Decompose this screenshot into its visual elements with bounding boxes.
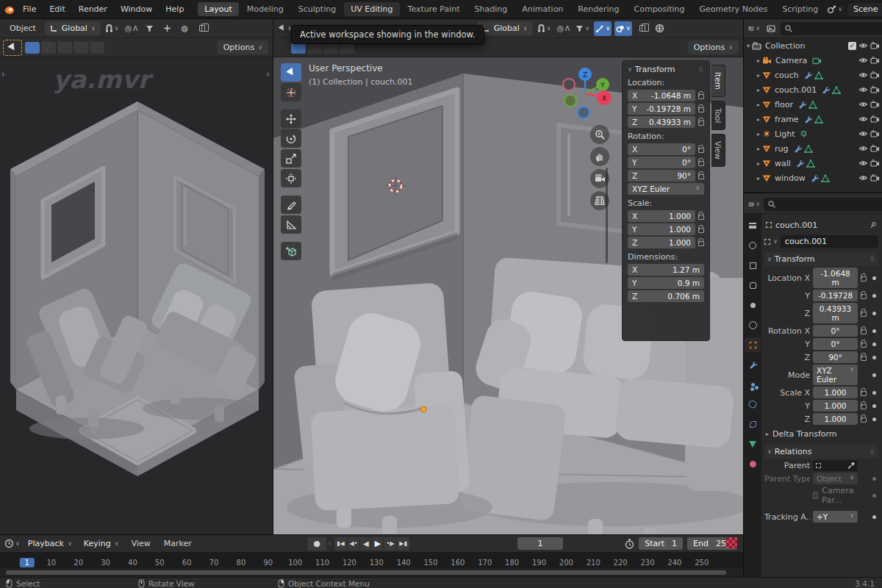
tab-modifiers[interactable] [745, 357, 761, 372]
number-field[interactable]: 1.000 [813, 400, 858, 412]
lock-icon[interactable] [698, 148, 704, 153]
number-field[interactable]: X0° [628, 143, 695, 155]
next-keyframe-button[interactable]: •▶ [384, 537, 396, 551]
scale-tool[interactable] [281, 149, 301, 168]
tab-object-data[interactable] [745, 437, 761, 451]
lock-icon[interactable] [861, 312, 867, 317]
lock-icon[interactable] [698, 241, 704, 246]
disclosure-triangle-icon[interactable]: ▸ [757, 146, 760, 152]
workspace-tab[interactable]: UV Editing [344, 2, 399, 16]
lock-icon[interactable] [861, 356, 867, 361]
eyedropper-icon[interactable] [847, 462, 855, 470]
pan-hand-icon[interactable] [590, 147, 609, 166]
animate-dot[interactable] [872, 494, 876, 498]
outliner-item-row[interactable]: ▸ frame [744, 112, 882, 126]
workspace-tab[interactable]: Layout [198, 2, 238, 16]
number-field[interactable]: 1.000 [813, 413, 858, 425]
parent-type-dropdown[interactable]: Object∨ [813, 473, 858, 484]
number-field[interactable]: X1.000 [628, 210, 695, 222]
chevron-down-icon[interactable]: ∨ [773, 238, 778, 245]
mode-dropdown[interactable]: Object [4, 21, 42, 35]
select-mode-subtract-icon[interactable] [57, 42, 72, 54]
collapse-icon[interactable]: ∨ [628, 66, 632, 73]
properties-search-input[interactable] [778, 199, 882, 209]
tab-constraints[interactable] [745, 417, 761, 431]
select-mode-invert-icon[interactable] [74, 42, 88, 54]
orientation-dropdown[interactable]: Global ∨ [477, 21, 533, 35]
number-field[interactable]: X-1.0648 m [628, 90, 695, 101]
play-reverse-button[interactable]: ◀ [360, 537, 371, 551]
hide-viewport-eye-icon[interactable] [858, 71, 868, 79]
overlays-toggle-icon[interactable]: ∨ [614, 21, 632, 36]
tab-world[interactable] [745, 318, 761, 332]
hide-viewport-eye-icon[interactable] [858, 174, 868, 182]
tab-material[interactable] [745, 456, 761, 471]
tab-output[interactable] [745, 258, 761, 273]
sidebar-tab[interactable]: Item [711, 65, 725, 97]
number-field[interactable]: Y1.000 [628, 223, 695, 235]
left-viewport-scene[interactable]: ya.mvr [0, 57, 273, 534]
options-dropdown[interactable]: Options ∨ [218, 40, 268, 54]
lock-icon[interactable] [861, 343, 867, 348]
object-name-input[interactable]: couch.001 [781, 235, 878, 248]
number-field[interactable]: Z90° [628, 170, 695, 182]
visibility-filter-icon[interactable]: ∨ [574, 21, 591, 36]
blender-logo-icon[interactable] [3, 3, 15, 16]
disclosure-triangle-icon[interactable]: ▸ [757, 116, 760, 123]
animate-dot[interactable] [872, 343, 876, 346]
disclosure-triangle-icon[interactable]: ▸ [757, 87, 760, 93]
topbar-menu-item[interactable]: Edit [43, 2, 71, 16]
disable-render-camera-icon[interactable] [870, 159, 880, 167]
lock-icon[interactable] [698, 215, 704, 220]
timeline-scrollbar[interactable] [0, 568, 743, 577]
workspace-tab[interactable]: Modeling [240, 2, 290, 16]
workspace-tab[interactable]: Animation [515, 2, 570, 16]
outliner-item-row[interactable]: ▸ floor [744, 97, 882, 112]
animate-dot[interactable] [872, 404, 876, 408]
parent-field[interactable] [813, 460, 858, 471]
keying-set-dropdown[interactable]: ∨ [328, 540, 332, 547]
lock-icon[interactable] [861, 391, 867, 396]
expand-region-right-icon[interactable]: ‹ [266, 69, 270, 79]
outliner-item-row[interactable]: ▸ rug [744, 141, 882, 156]
tab-scene[interactable] [745, 298, 761, 312]
active-tool-icon[interactable] [4, 41, 21, 54]
jump-to-end-button[interactable]: ▶▮ [397, 537, 409, 551]
workspace-tab[interactable]: Sculpting [292, 2, 343, 16]
properties-editor-type-icon[interactable]: ∨ [747, 197, 761, 212]
snap-magnet-icon[interactable]: ∨ [536, 21, 553, 36]
sidebar-tab[interactable]: Tool [711, 101, 725, 130]
number-field[interactable]: X1.27 m [628, 264, 704, 276]
camera-parallax-checkbox[interactable] [813, 492, 818, 499]
workspace-tab[interactable]: Scripting [775, 2, 825, 16]
tab-physics[interactable] [745, 397, 761, 412]
scene-dropdown-icon[interactable]: ∨ [825, 2, 844, 17]
tab-render[interactable] [745, 238, 761, 253]
tracking-axis-dropdown[interactable]: +Y∨ [813, 511, 858, 523]
workspace-tab[interactable]: Texture Paint [401, 2, 467, 16]
number-field[interactable]: 90° [813, 351, 858, 363]
lock-icon[interactable] [698, 161, 704, 166]
lock-icon[interactable] [698, 94, 704, 99]
number-field[interactable]: -0.19728 [813, 290, 858, 301]
tab-object[interactable] [745, 337, 761, 352]
disable-render-camera-icon[interactable] [870, 130, 880, 137]
auto-keyframe-record-button[interactable]: ● [307, 537, 326, 551]
options-dropdown[interactable]: Options ∨ [688, 40, 739, 54]
disclosure-triangle-icon[interactable]: ▸ [757, 72, 760, 79]
rotation-mode-dropdown[interactable]: XYZ Euler∨ [628, 183, 704, 195]
lock-icon[interactable] [861, 417, 867, 423]
proportional-editing-icon[interactable]: ◎ Λ [556, 21, 572, 36]
disclosure-triangle-icon[interactable]: ▸ [757, 57, 760, 64]
collection-checkbox[interactable]: ✓ [848, 42, 856, 50]
outliner-display-mode-icon[interactable]: ∨ [747, 21, 761, 36]
number-field[interactable]: 1.000 [813, 387, 858, 398]
disclosure-triangle-icon[interactable]: ▸ [757, 175, 760, 182]
xray-toggle-icon[interactable] [195, 21, 209, 36]
pin-icon[interactable] [870, 221, 877, 229]
transform-panel-header[interactable]: ∨ Transform ⠿ [764, 252, 878, 266]
playback-menu[interactable]: Playback∨ [23, 537, 77, 551]
hide-viewport-eye-icon[interactable] [858, 86, 868, 93]
topbar-menu-item[interactable]: File [17, 2, 42, 16]
lock-icon[interactable] [698, 174, 704, 179]
